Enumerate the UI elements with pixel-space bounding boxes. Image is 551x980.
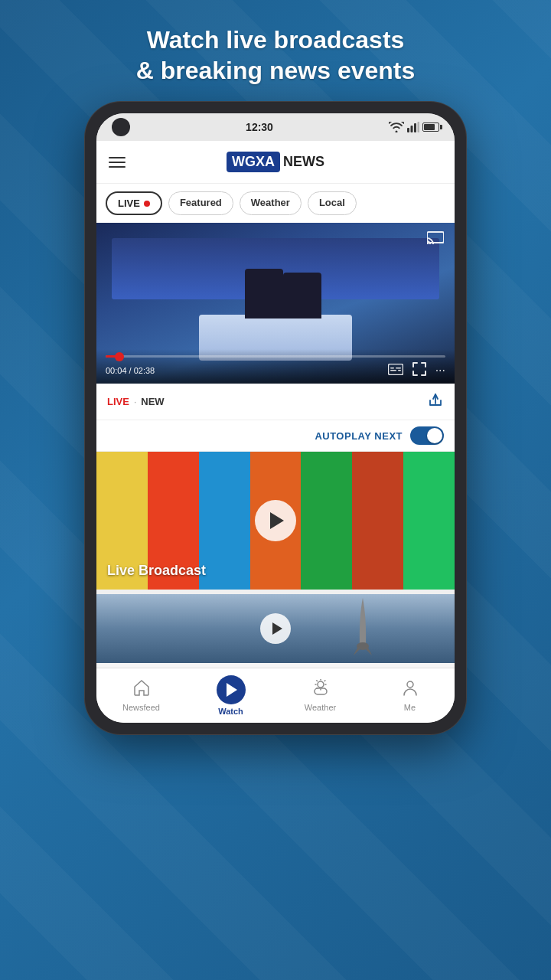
chair-left	[245, 269, 283, 318]
fullscreen-button[interactable]	[412, 362, 426, 379]
video-player[interactable]: 00:04 / 02:38	[96, 223, 455, 384]
svg-rect-7	[390, 368, 394, 369]
status-icons	[389, 122, 439, 132]
video-controls: 00:04 / 02:38	[96, 349, 455, 384]
menu-button[interactable]	[109, 157, 126, 168]
wifi-icon	[389, 122, 404, 132]
autoplay-row: AUTOPLAY NEXT	[96, 420, 455, 452]
phone-screen: 12:30	[96, 113, 455, 723]
svg-rect-4	[427, 232, 444, 243]
nav-newsfeed[interactable]: Newsfeed	[96, 679, 186, 712]
front-camera	[112, 118, 130, 136]
time-display: 00:04 / 02:38	[106, 366, 155, 375]
nav-watch-label: Watch	[218, 707, 243, 716]
video-card-2[interactable]	[96, 594, 455, 663]
bottom-nav: Newsfeed Watch Weather	[96, 668, 455, 723]
toggle-knob	[427, 428, 442, 443]
autoplay-label: AUTOPLAY NEXT	[315, 430, 403, 442]
tab-live[interactable]: LIVE	[106, 191, 162, 215]
play-triangle-2	[272, 622, 282, 635]
svg-rect-0	[407, 128, 409, 132]
controls-row: 00:04 / 02:38	[106, 362, 445, 379]
watch-icon	[217, 675, 246, 704]
chair-right	[283, 273, 321, 318]
home-icon	[132, 679, 151, 701]
play-button-1[interactable]	[255, 500, 296, 541]
more-options-button[interactable]: ···	[435, 364, 445, 377]
svg-point-13	[407, 681, 413, 688]
nav-watch[interactable]: Watch	[186, 675, 276, 716]
svg-rect-1	[411, 126, 413, 132]
nav-weather-label: Weather	[305, 703, 336, 712]
nav-me[interactable]: Me	[365, 679, 455, 712]
live-section: LIVE · NEW	[96, 384, 455, 420]
status-time: 12:30	[246, 121, 273, 133]
svg-rect-8	[396, 368, 401, 369]
svg-rect-3	[418, 122, 420, 132]
tab-local[interactable]: Local	[308, 191, 357, 215]
svg-rect-2	[414, 123, 416, 132]
svg-rect-6	[388, 364, 403, 374]
separator: ·	[134, 397, 136, 407]
phone-frame: 12:30	[84, 101, 467, 735]
live-label: LIVE	[107, 396, 129, 407]
signal-icon	[407, 122, 419, 132]
share-button[interactable]	[427, 391, 444, 412]
caption-button[interactable]	[388, 364, 403, 378]
watch-play-triangle	[227, 683, 237, 697]
tab-featured[interactable]: Featured	[168, 191, 233, 215]
card-label-1: Live Broadcast	[107, 563, 206, 579]
weather-icon	[311, 679, 331, 701]
video-card-1[interactable]: Live Broadcast	[96, 452, 455, 590]
nav-weather[interactable]: Weather	[276, 679, 365, 712]
tab-weather[interactable]: Weather	[240, 191, 302, 215]
cast-icon[interactable]	[427, 230, 444, 248]
svg-rect-9	[390, 370, 396, 371]
new-label: NEW	[141, 396, 164, 407]
live-dot	[144, 201, 150, 207]
nav-newsfeed-label: Newsfeed	[122, 703, 160, 712]
brand-news: NEWS	[283, 154, 324, 170]
app-header: WGXA NEWS	[96, 141, 455, 184]
status-bar: 12:30	[96, 113, 455, 141]
filter-tabs: LIVE Featured Weather Local	[96, 184, 455, 223]
user-icon	[402, 679, 419, 701]
svg-rect-10	[398, 370, 401, 371]
autoplay-toggle[interactable]	[410, 426, 444, 445]
progress-thumb	[115, 352, 124, 361]
promo-headline: Watch live broadcasts & breaking news ev…	[90, 0, 461, 101]
svg-point-12	[318, 681, 324, 688]
control-buttons: ···	[388, 362, 445, 379]
play-triangle-1	[270, 512, 284, 529]
video-cards: Live Broadcast	[96, 452, 455, 663]
brand-wgxa: WGXA	[227, 152, 280, 172]
battery-icon	[422, 122, 439, 132]
live-new-badge: LIVE · NEW	[107, 396, 165, 407]
progress-bar[interactable]	[106, 355, 445, 358]
brand-logo: WGXA NEWS	[227, 152, 324, 172]
play-button-2[interactable]	[260, 613, 291, 644]
nav-me-label: Me	[404, 703, 416, 712]
